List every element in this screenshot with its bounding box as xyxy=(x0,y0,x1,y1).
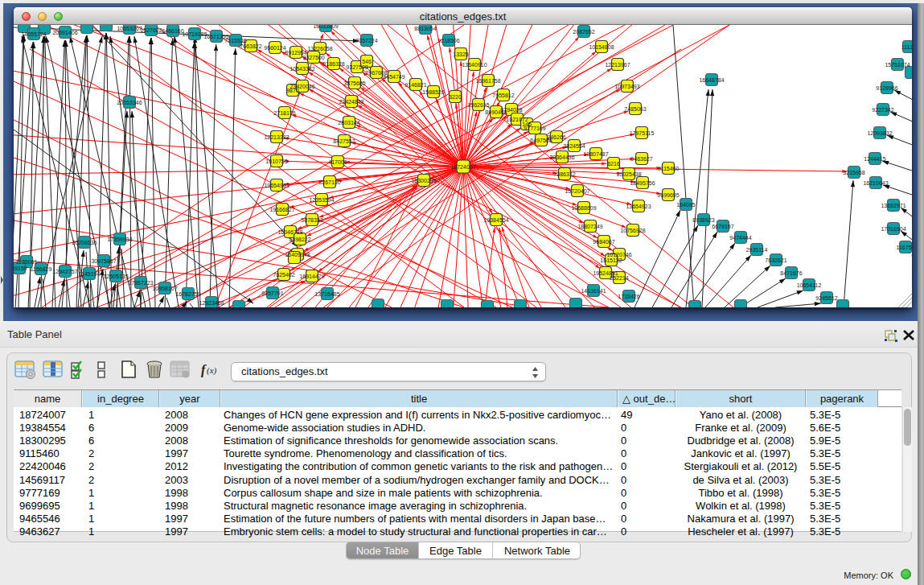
svg-text:(x): (x) xyxy=(207,365,217,376)
svg-text:164095: 164095 xyxy=(676,202,695,208)
svg-text:8186328: 8186328 xyxy=(322,61,344,67)
svg-text:19654963: 19654963 xyxy=(264,183,289,188)
svg-text:12942757: 12942757 xyxy=(52,269,77,274)
svg-text:3220: 3220 xyxy=(449,94,462,100)
svg-text:13640910: 13640910 xyxy=(462,62,487,68)
svg-text:12505135: 12505135 xyxy=(103,274,128,279)
svg-text:8938923: 8938923 xyxy=(692,217,714,223)
svg-text:12213967: 12213967 xyxy=(605,62,630,68)
svg-text:20206536: 20206536 xyxy=(72,240,97,245)
svg-text:39159: 39159 xyxy=(14,266,27,271)
svg-text:9129966: 9129966 xyxy=(876,85,897,91)
svg-text:1135061: 1135061 xyxy=(16,259,38,265)
svg-text:13226058: 13226058 xyxy=(307,46,332,51)
svg-text:9463627: 9463627 xyxy=(630,156,652,162)
svg-text:7632621: 7632621 xyxy=(765,257,786,263)
svg-text:9684067: 9684067 xyxy=(593,239,614,245)
svg-text:12923468: 12923468 xyxy=(199,300,224,306)
svg-text:20364436: 20364436 xyxy=(549,154,574,160)
svg-text:9327508: 9327508 xyxy=(346,64,368,70)
svg-text:16046788: 16046788 xyxy=(277,229,302,235)
svg-text:10654112: 10654112 xyxy=(797,282,822,288)
svg-text:1610755: 1610755 xyxy=(265,159,287,164)
svg-text:10033809: 10033809 xyxy=(313,25,338,29)
svg-text:12213383: 12213383 xyxy=(264,134,289,140)
svg-text:13716485: 13716485 xyxy=(314,291,339,297)
svg-text:2935114: 2935114 xyxy=(746,247,768,253)
svg-text:16914479: 16914479 xyxy=(299,274,324,279)
svg-text:13692971: 13692971 xyxy=(881,203,906,208)
svg-text:546: 546 xyxy=(362,59,372,64)
svg-text:16409948: 16409948 xyxy=(285,252,310,257)
svg-text:6466160: 6466160 xyxy=(162,28,183,34)
svg-text:14136141: 14136141 xyxy=(581,288,606,294)
svg-text:10688609: 10688609 xyxy=(571,205,596,211)
svg-text:16210643: 16210643 xyxy=(863,180,888,186)
svg-text:10807487: 10807487 xyxy=(583,151,608,157)
svg-text:10025438: 10025438 xyxy=(616,171,641,177)
svg-text:3875685: 3875685 xyxy=(343,80,365,86)
svg-text:16648784: 16648784 xyxy=(699,77,724,83)
svg-text:6216: 6216 xyxy=(607,161,620,167)
svg-text:18724007: 18724007 xyxy=(450,164,475,170)
svg-text:12353594: 12353594 xyxy=(309,197,334,203)
svg-text:10120746: 10120746 xyxy=(606,252,631,257)
svg-text:1244415: 1244415 xyxy=(864,156,885,162)
svg-text:19166827: 19166827 xyxy=(269,207,294,212)
svg-text:1145194: 1145194 xyxy=(79,271,101,277)
svg-text:7386372: 7386372 xyxy=(553,171,575,177)
svg-text:f: f xyxy=(201,363,207,377)
svg-text:9660124: 9660124 xyxy=(264,45,285,51)
svg-text:14055724: 14055724 xyxy=(21,31,46,37)
svg-text:7485063: 7485063 xyxy=(624,106,646,112)
svg-text:6679197: 6679197 xyxy=(712,224,733,229)
svg-text:8454749: 8454749 xyxy=(383,74,405,80)
svg-text:7663822: 7663822 xyxy=(240,43,261,49)
svg-text:16961758: 16961758 xyxy=(475,78,500,84)
svg-text:10653267: 10653267 xyxy=(117,26,142,31)
svg-text:10756928: 10756928 xyxy=(620,228,645,233)
svg-text:8813054: 8813054 xyxy=(414,26,436,31)
svg-text:1362615: 1362615 xyxy=(467,102,489,108)
svg-text:9115460: 9115460 xyxy=(658,166,680,171)
svg-text:17359934: 17359934 xyxy=(107,237,132,242)
svg-text:5498222: 5498222 xyxy=(289,237,310,242)
svg-text:417006: 417006 xyxy=(328,159,347,165)
svg-text:18807249: 18807249 xyxy=(577,224,602,229)
svg-text:1588520: 1588520 xyxy=(422,89,444,95)
svg-text:13325: 13325 xyxy=(453,51,469,57)
svg-text:7955812: 7955812 xyxy=(492,93,514,98)
svg-text:11125: 11125 xyxy=(901,44,912,50)
svg-text:3824554: 3824554 xyxy=(563,143,585,149)
svg-text:8471676: 8471676 xyxy=(780,270,802,276)
svg-text:12093832: 12093832 xyxy=(867,130,892,136)
svg-text:746266: 746266 xyxy=(547,134,565,140)
svg-text:2803144: 2803144 xyxy=(338,120,359,126)
svg-text:20053346: 20053346 xyxy=(117,100,142,105)
svg-text:23420046: 23420046 xyxy=(290,84,314,89)
svg-text:19384554: 19384554 xyxy=(483,217,508,223)
svg-text:15720407: 15720407 xyxy=(565,188,589,194)
svg-text:1615132: 1615132 xyxy=(600,257,622,263)
svg-text:9227342: 9227342 xyxy=(872,107,893,113)
svg-text:9474444: 9474444 xyxy=(729,235,751,241)
svg-text:116753: 116753 xyxy=(897,245,912,250)
svg-text:30975867: 30975867 xyxy=(91,258,116,264)
svg-text:1527602: 1527602 xyxy=(140,27,162,33)
svg-text:2087652: 2087652 xyxy=(573,29,594,35)
svg-text:9245612: 9245612 xyxy=(815,295,837,301)
svg-text:5878332: 5878332 xyxy=(301,217,322,223)
svg-text:9218506: 9218506 xyxy=(437,38,459,43)
svg-text:9146821: 9146821 xyxy=(405,82,426,88)
svg-text:6794028: 6794028 xyxy=(500,107,522,113)
svg-text:252214: 252214 xyxy=(610,275,628,281)
svg-text:10958107: 10958107 xyxy=(152,286,177,291)
svg-text:10973493: 10973493 xyxy=(614,84,639,89)
svg-text:20691406: 20691406 xyxy=(52,30,77,35)
svg-text:2718176: 2718176 xyxy=(273,110,295,116)
svg-text:17016504: 17016504 xyxy=(881,226,906,232)
svg-text:7357224: 7357224 xyxy=(355,38,377,43)
svg-text:9777169: 9777169 xyxy=(524,126,545,131)
svg-text:23424848: 23424848 xyxy=(339,99,363,105)
svg-text:8267130: 8267130 xyxy=(318,179,340,185)
